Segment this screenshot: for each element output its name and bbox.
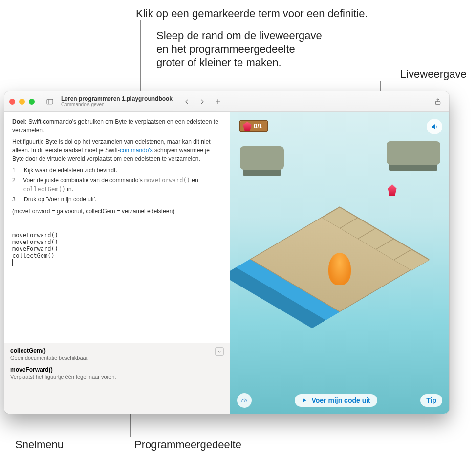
quick-menu: collectGem() Geen documentatie beschikba… bbox=[4, 343, 230, 414]
steps-list: 1Kijk waar de edelsteen zich bevindt. 2V… bbox=[12, 166, 222, 204]
translation-note: (moveForward = ga vooruit, collectGem = … bbox=[12, 207, 222, 216]
prev-page-button[interactable] bbox=[180, 95, 193, 108]
left-pane: Doel: Swift-commando's gebruiken om Byte… bbox=[4, 112, 230, 414]
quickmenu-item-collectgem[interactable]: collectGem() bbox=[10, 347, 89, 354]
window-title-block: Leren programmeren 1.playgroundbook Comm… bbox=[61, 96, 173, 107]
add-page-button[interactable] bbox=[212, 95, 224, 108]
tip-button[interactable]: Tip bbox=[420, 394, 442, 407]
annotation-definition: Klik op een gemarkeerde term voor een de… bbox=[136, 7, 368, 21]
window-subtitle: Commando's geven bbox=[61, 102, 173, 108]
annotation-liveview: Liveweergave bbox=[400, 67, 467, 81]
code-moveforward: moveForward() bbox=[144, 177, 190, 184]
playgrounds-window: Leren programmeren 1.playgroundbook Comm… bbox=[4, 91, 449, 414]
sidebar-toggle-button[interactable] bbox=[43, 95, 56, 108]
floating-island-decor bbox=[240, 146, 284, 170]
sound-toggle-button[interactable] bbox=[427, 119, 442, 134]
run-my-code-button[interactable]: Voer mijn code uit bbox=[295, 394, 377, 407]
share-button[interactable] bbox=[432, 95, 444, 108]
fullscreen-window-button[interactable] bbox=[29, 99, 35, 105]
step-3: Druk op 'Voer mijn code uit'. bbox=[24, 196, 97, 204]
gem-counter-badge: 0/1 bbox=[239, 120, 268, 132]
step-1: Kijk waar de edelsteen zich bevindt. bbox=[24, 166, 117, 175]
goal-body: Swift-commando's gebruiken om Byte te ve… bbox=[12, 118, 218, 133]
live-view[interactable]: 0/1 Voer mijn bbox=[230, 112, 449, 414]
step-2: Voer de juiste combinatie van de command… bbox=[23, 176, 222, 194]
window-title: Leren programmeren 1.playgroundbook bbox=[61, 96, 173, 102]
svg-line-5 bbox=[244, 400, 245, 401]
gem-object bbox=[388, 184, 397, 196]
byte-character bbox=[328, 253, 351, 285]
tip-button-label: Tip bbox=[426, 397, 436, 404]
next-page-button[interactable] bbox=[196, 95, 209, 108]
run-button-label: Voer mijn code uit bbox=[311, 397, 370, 404]
close-window-button[interactable] bbox=[9, 99, 15, 105]
gem-counter-value: 0/1 bbox=[254, 122, 262, 130]
quickmenu-toggle-button[interactable] bbox=[215, 347, 224, 356]
intro-paragraph: Het figuurtje Byte is dol op het verzame… bbox=[12, 138, 222, 163]
toolbar: Leren programmeren 1.playgroundbook Comm… bbox=[4, 91, 449, 112]
speed-gauge-button[interactable] bbox=[237, 393, 252, 408]
code-collectgem: collectGem() bbox=[23, 186, 65, 193]
text-cursor bbox=[12, 259, 13, 266]
run-bar: Voer mijn code uit Tip bbox=[237, 393, 442, 408]
quickmenu-item-moveforward[interactable]: moveForward() bbox=[10, 366, 224, 373]
annotation-coding-area: Programmeergedeelte bbox=[134, 438, 241, 452]
quickmenu-item-moveforward-desc: Verplaatst het figuurtje één tegel naar … bbox=[10, 374, 224, 380]
svg-marker-6 bbox=[303, 398, 306, 402]
minimize-window-button[interactable] bbox=[19, 99, 25, 105]
goal-label: Doel: bbox=[12, 118, 27, 125]
glossary-link-commandos[interactable]: commando's bbox=[120, 147, 153, 154]
floating-island-decor bbox=[387, 141, 440, 165]
annotation-drag-border: Sleep de rand om de liveweergave en het … bbox=[156, 29, 322, 69]
quickmenu-item-collectgem-desc: Geen documentatie beschikbaar. bbox=[10, 355, 89, 361]
svg-rect-0 bbox=[47, 99, 53, 104]
traffic-lights bbox=[9, 99, 35, 105]
code-editor[interactable]: moveForward() moveForward() moveForward(… bbox=[4, 229, 230, 269]
divider bbox=[12, 220, 222, 220]
annotation-quickmenu: Snelmenu bbox=[15, 438, 64, 452]
goal-text: Doel: Swift-commando's gebruiken om Byte… bbox=[12, 118, 222, 135]
instructions: Doel: Swift-commando's gebruiken om Byte… bbox=[4, 112, 230, 229]
